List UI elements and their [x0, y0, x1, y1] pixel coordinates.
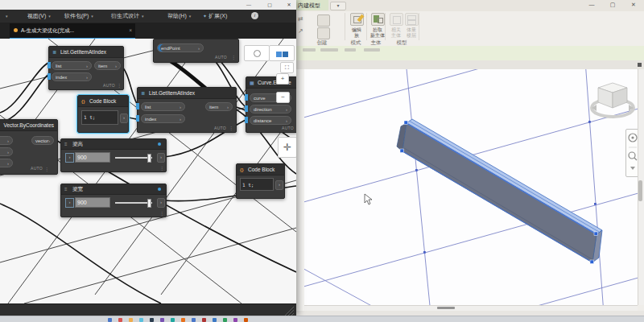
- taskbar-icon[interactable]: [118, 318, 122, 322]
- taskbar-icon[interactable]: [150, 318, 154, 322]
- port-index[interactable]: index›: [141, 114, 185, 123]
- create-tool-icon[interactable]: [317, 14, 330, 27]
- revit-contextual-tab[interactable]: 内建模型: [296, 0, 328, 10]
- horizontal-scrollbar-thumb[interactable]: [437, 307, 455, 309]
- menu-help[interactable]: 帮助(H)▾: [167, 10, 191, 23]
- port-vector[interactable]: vector›: [31, 136, 54, 145]
- workspace-tab[interactable]: A-生成大梁优化(完成... ×: [10, 23, 135, 39]
- taskbar[interactable]: [0, 316, 644, 322]
- node-get-item-2[interactable]: ≣List.GetItemAtIndex list› index› item› …: [137, 87, 237, 133]
- collapse-button[interactable]: ›: [65, 198, 74, 208]
- zoom-out-button[interactable]: −: [276, 92, 290, 103]
- viewcube[interactable]: [589, 76, 636, 127]
- menu-view[interactable]: 视图(V)▾: [27, 10, 51, 23]
- create-panel-tools[interactable]: ⇄ ↗: [298, 13, 314, 39]
- edit-family-button[interactable]: 编辑族: [347, 13, 366, 40]
- taskbar-icon[interactable]: [213, 318, 217, 322]
- port-connector[interactable]: [245, 117, 248, 123]
- kebab-icon[interactable]: ⋮: [44, 167, 49, 171]
- slider-output-port[interactable]: ›: [157, 198, 165, 208]
- taskbar-icon[interactable]: [233, 318, 237, 322]
- port-y[interactable]: ›: [0, 147, 13, 156]
- menu-generative-design[interactable]: 衍生式设计▾: [111, 10, 144, 23]
- port-connector[interactable]: [245, 94, 248, 101]
- port-item[interactable]: item›: [94, 61, 121, 70]
- slider-thumb[interactable]: [147, 154, 151, 163]
- view-menu-icon[interactable]: [638, 63, 642, 67]
- port-connector[interactable]: [136, 103, 139, 109]
- geometry-view-button[interactable]: [269, 45, 295, 61]
- code-block-output-port[interactable]: ›: [120, 114, 128, 123]
- dynamo-canvas[interactable]: endPoint› AUTO ⋮ ≣List.GetItemAtIndex li…: [0, 39, 296, 303]
- resize-grip[interactable]: [284, 306, 295, 316]
- port-direction[interactable]: direction›: [250, 105, 291, 114]
- port-connector[interactable]: [47, 73, 51, 80]
- taskbar-icon[interactable]: [139, 318, 143, 322]
- port-z[interactable]: ›: [0, 159, 13, 167]
- thick-wire[interactable]: [171, 61, 208, 90]
- canvas-pan-mode-button[interactable]: [244, 45, 270, 61]
- port-distance[interactable]: distance›: [250, 116, 291, 125]
- node-vector-by-coordinates[interactable]: Vector.ByCoordinates › › › vector› AUTO …: [0, 119, 58, 175]
- reference-line-icon[interactable]: ↗: [298, 25, 314, 37]
- tab-close-icon[interactable]: ×: [129, 23, 132, 37]
- create-tool-icon[interactable]: [317, 27, 330, 39]
- port-connector[interactable]: [245, 105, 248, 112]
- port-connector[interactable]: [47, 62, 51, 68]
- model-line-icon[interactable]: ⇄: [298, 13, 314, 25]
- kebab-icon[interactable]: ⋮: [229, 126, 233, 130]
- port-endpoint[interactable]: endPoint›: [157, 43, 204, 52]
- node-get-item-1[interactable]: ≣List.GetItemAtIndex list› index› item› …: [48, 46, 124, 90]
- taskbar-icon[interactable]: [223, 318, 227, 322]
- zoom-icon[interactable]: [629, 152, 635, 159]
- node-endpoint[interactable]: endPoint› AUTO ⋮: [153, 39, 239, 63]
- port-item[interactable]: item›: [205, 102, 233, 111]
- taskbar-icon[interactable]: [202, 318, 206, 322]
- code-block-editor[interactable]: 1 t;: [81, 110, 118, 125]
- node-slider-beam-width[interactable]: ≡梁宽 › › ⋮: [60, 184, 167, 217]
- dynamo-minimize-button[interactable]: —: [242, 1, 256, 9]
- taskbar-icon[interactable]: [181, 318, 185, 322]
- ribbon-toggle-button[interactable]: ▾: [330, 2, 346, 10]
- zoom-in-button[interactable]: +: [276, 73, 289, 85]
- port-x[interactable]: ›: [0, 136, 13, 145]
- menu-extensions[interactable]: ✦ 扩展(X): [203, 10, 227, 23]
- node-curve-extrude[interactable]: ▦Curve.Extrude curve› direction› distanc…: [246, 76, 296, 133]
- taskbar-icon[interactable]: [129, 318, 133, 322]
- taskbar-icon[interactable]: [244, 318, 248, 322]
- create-panel-big-tools[interactable]: [316, 14, 332, 39]
- kebab-icon[interactable]: ⋮: [159, 166, 164, 171]
- node-code-block-2[interactable]: {}Code Block 1 t; ›: [236, 163, 285, 199]
- dynamo-close-button[interactable]: ✕: [282, 1, 296, 9]
- port-connector[interactable]: [136, 115, 139, 122]
- beam-solid[interactable]: [397, 119, 602, 264]
- kebab-icon[interactable]: ⋮: [159, 211, 164, 216]
- beam-height-value-input[interactable]: [75, 152, 110, 163]
- taskbar-icon[interactable]: [171, 318, 175, 322]
- code-block-editor[interactable]: 1 t;: [240, 178, 274, 191]
- revit-close-button[interactable]: ✕: [626, 1, 641, 9]
- kebab-icon[interactable]: ⋮: [231, 55, 236, 60]
- taskbar-icon[interactable]: [192, 318, 196, 322]
- revit-maximize-button[interactable]: ▢: [605, 1, 620, 9]
- menu-packages[interactable]: 软件包(P)▾: [64, 10, 93, 23]
- node-slider-beam-height[interactable]: ≡梁高 › › ⋮: [60, 138, 167, 172]
- slider-thumb[interactable]: [147, 199, 151, 208]
- navbar-caret-icon[interactable]: [630, 167, 635, 170]
- taskbar-icon[interactable]: [108, 318, 112, 322]
- beam-width-value-input[interactable]: [75, 197, 110, 208]
- collapse-button[interactable]: ›: [65, 153, 74, 163]
- port-index[interactable]: index›: [52, 72, 92, 81]
- zoom-fit-button[interactable]: ⛶: [280, 62, 294, 73]
- port-list[interactable]: list›: [141, 102, 185, 111]
- info-icon[interactable]: i: [251, 12, 258, 19]
- taskbar-icon[interactable]: [160, 318, 164, 322]
- port-list[interactable]: list›: [52, 61, 92, 70]
- revit-minimize-button[interactable]: —: [584, 1, 599, 9]
- node-code-block-1[interactable]: {}Code Block 1 t; ›: [77, 95, 129, 133]
- code-block-output-port[interactable]: ›: [275, 180, 283, 190]
- pan-button[interactable]: ✛: [278, 137, 296, 158]
- dynamo-maximize-button[interactable]: ▢: [262, 1, 277, 9]
- menu-overflow[interactable]: ▾: [3, 10, 8, 23]
- revit-3d-view[interactable]: [304, 69, 638, 305]
